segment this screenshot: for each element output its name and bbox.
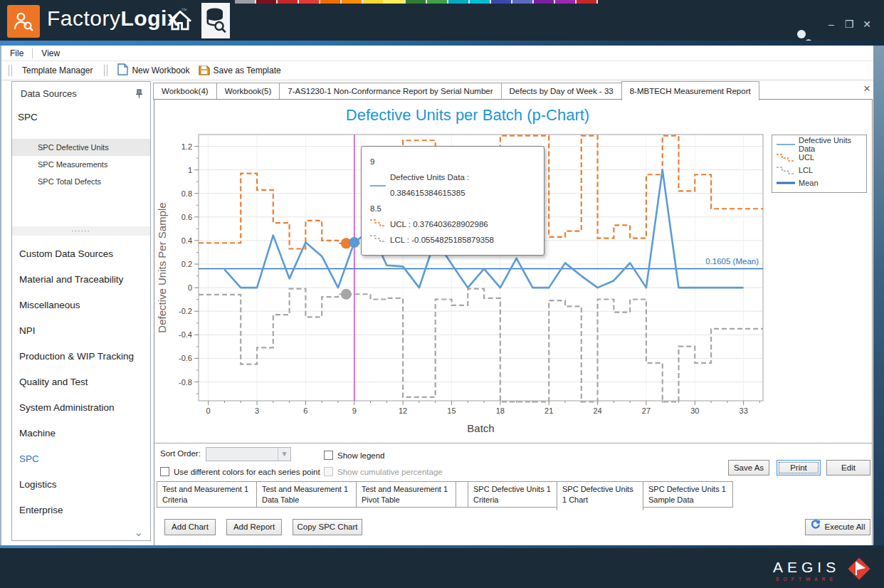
decor-strip <box>235 0 598 4</box>
add-report-button[interactable]: Add Report <box>226 519 282 535</box>
tab-test-measurement-data-table[interactable]: Test and Measurement 1 Data Table <box>256 481 357 508</box>
sidebar-category-production-wip[interactable]: Production & WIP Tracking <box>12 344 150 369</box>
tab-workbook-5[interactable]: Workbook(5) <box>216 83 280 100</box>
database-search-icon[interactable] <box>201 3 230 38</box>
sidebar-category-system-administration[interactable]: System Administration <box>12 395 150 421</box>
sidebar-section-spc: SPC <box>18 112 38 122</box>
sidebar-category-npi[interactable]: NPI <box>12 318 150 344</box>
print-button[interactable]: Print <box>777 460 821 476</box>
tab-defects-by-day[interactable]: Defects by Day of Week - 33 <box>501 83 622 100</box>
legend-step-swatch <box>777 165 795 175</box>
svg-text:1: 1 <box>188 166 192 174</box>
copy-spc-chart-button[interactable]: Copy SPC Chart <box>293 519 362 535</box>
checkbox-icon[interactable] <box>160 467 169 476</box>
svg-text:6: 6 <box>303 406 307 415</box>
legend-line-swatch <box>777 142 795 147</box>
svg-text:0: 0 <box>188 283 192 292</box>
save-as-button[interactable]: Save As <box>728 460 769 476</box>
close-tab-icon[interactable]: ✕ <box>861 83 873 94</box>
legend-step-swatch <box>777 152 795 162</box>
minimize-button[interactable]: – <box>824 19 838 30</box>
svg-text:-0.4: -0.4 <box>179 330 192 339</box>
dropdown-arrow-icon: ▼ <box>278 448 290 461</box>
window-right-border <box>873 46 884 545</box>
tab-blank[interactable] <box>456 481 468 508</box>
legend-label: Mean <box>799 179 819 187</box>
tooltip-step-swatch <box>370 232 386 248</box>
chart-title: Defective Units per Batch (p-Chart) <box>154 106 781 125</box>
tab-mbtech-measurement-report[interactable]: 8-MBTECH Measurement Report <box>621 81 759 100</box>
tab-test-measurement-criteria[interactable]: Test and Measurement 1 Criteria <box>157 481 257 508</box>
svg-text:1.2: 1.2 <box>181 142 192 151</box>
sidebar-item-spc-measurements[interactable]: SPC Measurements <box>12 156 150 173</box>
svg-text:9: 9 <box>352 406 357 415</box>
aegis-logo-text: AEGIS SOFTWARE <box>773 559 840 582</box>
sidebar-category-logistics[interactable]: Logistics <box>12 472 150 498</box>
tab-test-measurement-pivot-table[interactable]: Test and Measurement 1 Pivot Table <box>356 481 456 508</box>
toolbar-grip[interactable] <box>104 65 107 76</box>
pin-icon[interactable] <box>135 88 143 101</box>
sidebar-item-list: SPC Defective Units SPC Measurements SPC… <box>12 139 150 190</box>
tooltip-line-swatch <box>370 177 386 193</box>
aegis-brand: AEGIS <box>773 559 840 576</box>
sidebar-splitter[interactable]: ...... <box>12 226 150 236</box>
sidebar-category-enterprise[interactable]: Enterprise <box>12 498 150 523</box>
show-legend-checkbox[interactable]: Show legend <box>324 448 385 461</box>
checkbox-icon[interactable] <box>324 467 333 476</box>
svg-text:30: 30 <box>690 406 699 415</box>
chevron-down-icon[interactable]: ⌄ <box>134 526 143 539</box>
menu-bar: File View <box>1 46 873 61</box>
tab-non-conformance-report[interactable]: 7-AS1230-1 Non-Conformance Report by Ser… <box>279 83 501 100</box>
use-different-colors-checkbox[interactable]: Use different colors for each series poi… <box>160 465 320 478</box>
toolbar: Template Manager New Workbook Save as Te… <box>1 61 873 80</box>
workbook-tab-strip: Workbook(4) Workbook(5) 7-AS1230-1 Non-C… <box>154 81 873 100</box>
new-workbook-button[interactable]: New Workbook <box>113 63 194 78</box>
execute-all-button[interactable]: Execute All <box>805 519 870 535</box>
sidebar-category-quality-test[interactable]: Quality and Test <box>12 369 150 395</box>
toolbar-grip[interactable] <box>9 65 12 76</box>
checkbox-icon[interactable] <box>324 451 333 460</box>
sidebar-category-miscellaneous[interactable]: Miscellaneous <box>12 293 150 318</box>
sort-order-dropdown[interactable]: ▼ <box>206 447 291 461</box>
tab-spc-defective-units-chart[interactable]: SPC Defective Units 1 Chart <box>557 481 643 510</box>
svg-text:-0.8: -0.8 <box>179 378 192 387</box>
template-manager-button[interactable]: Template Manager <box>18 63 97 78</box>
tab-spc-defective-units-sample-data[interactable]: SPC Defective Units 1 Sample Data <box>643 481 733 508</box>
chart-tooltip: 9 Defective Units Data : 0.3846153846153… <box>361 146 544 256</box>
aegis-subtitle: SOFTWARE <box>773 577 840 582</box>
edit-button[interactable]: Edit <box>826 460 870 476</box>
svg-text:Defective Units Per Sample: Defective Units Per Sample <box>156 202 168 332</box>
sidebar-category-material-traceability[interactable]: Material and Traceability <box>12 267 150 293</box>
tab-spc-defective-units-criteria[interactable]: SPC Defective Units 1 Criteria <box>468 481 557 508</box>
menu-view[interactable]: View <box>33 46 68 61</box>
legend-item-lcl: LCL <box>777 164 862 177</box>
tooltip-ucl-row: UCL : 0.376403628902986 <box>370 216 535 232</box>
brand-light: Factory <box>47 6 121 30</box>
tooltip-lcl-row: LCL : -0.0554825185879358 <box>370 232 535 248</box>
sidebar-category-list: Custom Data Sources Material and Traceab… <box>12 241 150 523</box>
sidebar-category-custom-data-sources[interactable]: Custom Data Sources <box>12 241 150 267</box>
tooltip-data-row: Defective Units Data : 0.384615384615385 <box>370 169 535 201</box>
home-icon[interactable] <box>165 6 195 36</box>
show-cumulative-checkbox[interactable]: Show cumulative percentage <box>324 465 443 478</box>
tooltip-step-swatch <box>370 216 386 232</box>
worksheet-tab-strip: Test and Measurement 1 Criteria Test and… <box>157 481 733 510</box>
maximize-button[interactable]: ❒ <box>842 19 856 30</box>
sort-order-label: Sort Order: <box>160 449 201 458</box>
save-as-template-icon <box>199 64 210 78</box>
execute-all-icon <box>811 520 821 535</box>
save-as-template-button[interactable]: Save as Template <box>194 63 285 78</box>
sidebar-item-spc-total-defects[interactable]: SPC Total Defects <box>12 173 150 190</box>
sidebar-item-spc-defective-units[interactable]: SPC Defective Units <box>12 139 150 156</box>
sidebar-category-spc[interactable]: SPC <box>12 446 150 472</box>
close-button[interactable]: ✕ <box>860 19 874 30</box>
aegis-logo: AEGIS SOFTWARE <box>773 554 874 587</box>
legend-item-mean: Mean <box>777 177 862 189</box>
menu-file[interactable]: File <box>1 46 32 61</box>
factorylogix-logo-icon <box>7 5 40 38</box>
svg-text:3: 3 <box>255 406 259 415</box>
add-chart-button[interactable]: Add Chart <box>164 519 216 535</box>
app-window: FactoryLogix™ – <box>0 0 884 588</box>
tab-workbook-4[interactable]: Workbook(4) <box>153 83 217 100</box>
sidebar-category-machine[interactable]: Machine <box>12 421 150 446</box>
